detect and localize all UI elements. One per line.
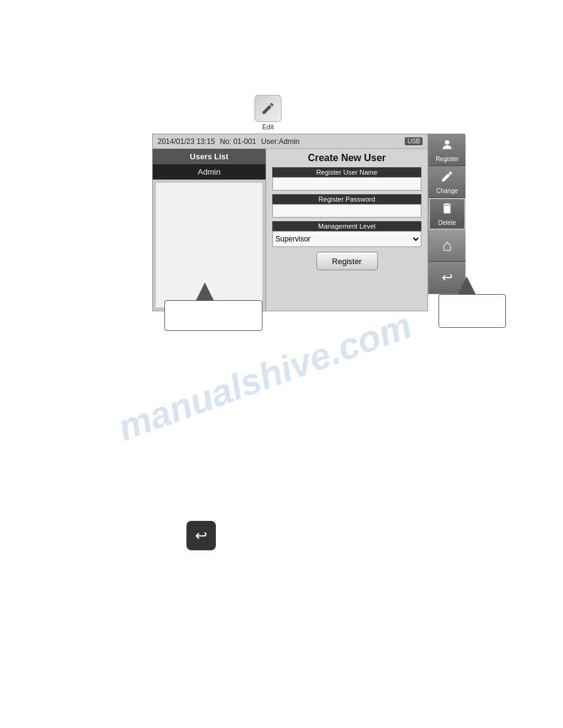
main-content: Users List Admin Create New User Registe… xyxy=(153,149,427,311)
delete-sidebar-button[interactable]: Delete xyxy=(429,198,465,230)
register-username-label: Register User Name xyxy=(272,167,421,177)
device-screen: 2014/01/23 13:15 No: 01-001 User:Admin U… xyxy=(152,134,428,311)
register-password-label: Register Password xyxy=(272,194,421,204)
back-icon: ↩ xyxy=(442,270,453,286)
change-sidebar-button[interactable]: Change xyxy=(429,166,465,198)
delete-sidebar-label: Delete xyxy=(439,219,456,226)
change-icon xyxy=(440,170,454,186)
callout-left xyxy=(164,300,262,331)
users-list-admin-item[interactable]: Admin xyxy=(153,164,266,180)
edit-icon[interactable] xyxy=(255,95,282,122)
sidebar-buttons: Register Change Delete ⌂ ↩ xyxy=(428,134,465,294)
svg-point-0 xyxy=(445,140,449,144)
watermark: manualshive.com xyxy=(112,304,417,449)
callout-right xyxy=(439,294,506,328)
register-sidebar-label: Register xyxy=(435,156,458,162)
back-icon-bottom[interactable]: ↩ xyxy=(186,521,216,550)
status-user: User:Admin xyxy=(261,137,300,146)
register-button[interactable]: Register xyxy=(316,252,378,270)
edit-label: Edit xyxy=(262,123,274,131)
management-level-label: Management Level xyxy=(272,221,421,231)
create-user-panel: Create New User Register User Name Regis… xyxy=(266,149,427,311)
change-sidebar-label: Change xyxy=(436,188,458,194)
edit-icon-container: Edit xyxy=(255,95,282,131)
status-datetime: 2014/01/23 13:15 xyxy=(158,137,215,146)
status-no: No: 01-001 xyxy=(220,137,256,146)
delete-icon xyxy=(440,202,454,218)
users-list-header: Users List xyxy=(153,149,266,164)
create-new-user-title: Create New User xyxy=(272,153,421,164)
usb-badge: USB xyxy=(405,137,423,145)
home-icon: ⌂ xyxy=(442,236,452,255)
register-password-input[interactable] xyxy=(272,204,421,218)
register-sidebar-button[interactable]: Register xyxy=(429,134,465,166)
status-bar: 2014/01/23 13:15 No: 01-001 User:Admin U… xyxy=(153,134,427,149)
management-level-select[interactable]: Supervisor User Admin xyxy=(272,231,421,247)
home-sidebar-button[interactable]: ⌂ xyxy=(429,230,465,262)
back-bottom-icon: ↩ xyxy=(195,527,207,544)
register-username-input[interactable] xyxy=(272,177,421,191)
register-icon xyxy=(440,138,454,154)
